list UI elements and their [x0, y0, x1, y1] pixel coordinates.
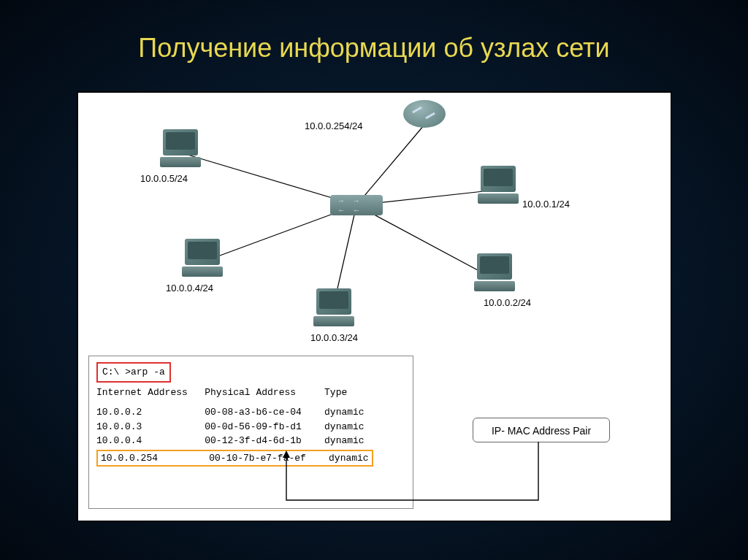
- pc-icon: [473, 253, 516, 294]
- arp-command: C:\ >arp -a: [102, 367, 165, 377]
- pc-label: 10.0.0.5/24: [140, 173, 188, 184]
- ip-mac-pair-callout: IP- MAC Address Pair: [473, 418, 610, 442]
- pc-icon: [476, 166, 520, 206]
- arp-row: 10.0.0.4 00-12-3f-d4-6d-1b dynamic: [96, 434, 405, 448]
- arp-row: 10.0.0.3 00-0d-56-09-fb-d1 dynamic: [96, 420, 405, 434]
- pc-label: 10.0.0.2/24: [484, 297, 531, 308]
- content-frame: 10.0.0.254/24 10.0.0.5/24 10.0.0.1/24 10…: [77, 91, 672, 522]
- router-label: 10.0.0.254/24: [305, 120, 363, 131]
- arp-command-highlight: C:\ >arp -a: [96, 362, 171, 383]
- arp-row-highlight: 10.0.0.254 00-10-7b-e7-fa-ef dynamic: [96, 450, 373, 467]
- pc-icon: [180, 239, 224, 279]
- terminal-output: C:\ >arp -a Internet Address Physical Ad…: [88, 356, 413, 509]
- router-icon: [403, 100, 446, 128]
- switch-icon: [330, 195, 383, 215]
- arp-row: 10.0.0.2 00-08-a3-b6-ce-04 dynamic: [96, 405, 405, 420]
- svg-line-0: [356, 126, 424, 205]
- pc-icon: [312, 288, 356, 329]
- pc-label: 10.0.0.3/24: [310, 332, 358, 343]
- pc-label: 10.0.0.4/24: [166, 283, 213, 294]
- slide-title: Получение информации об узлах сети: [0, 0, 748, 78]
- pc-label: 10.0.0.1/24: [522, 199, 570, 210]
- arp-header: Internet Address Physical Address Type: [96, 386, 405, 400]
- pc-icon: [159, 129, 202, 169]
- arp-row: 10.0.0.254 00-10-7b-e7-fa-ef dynamic: [101, 453, 369, 464]
- network-diagram: 10.0.0.254/24 10.0.0.5/24 10.0.0.1/24 10…: [78, 93, 671, 356]
- svg-line-3: [356, 205, 487, 275]
